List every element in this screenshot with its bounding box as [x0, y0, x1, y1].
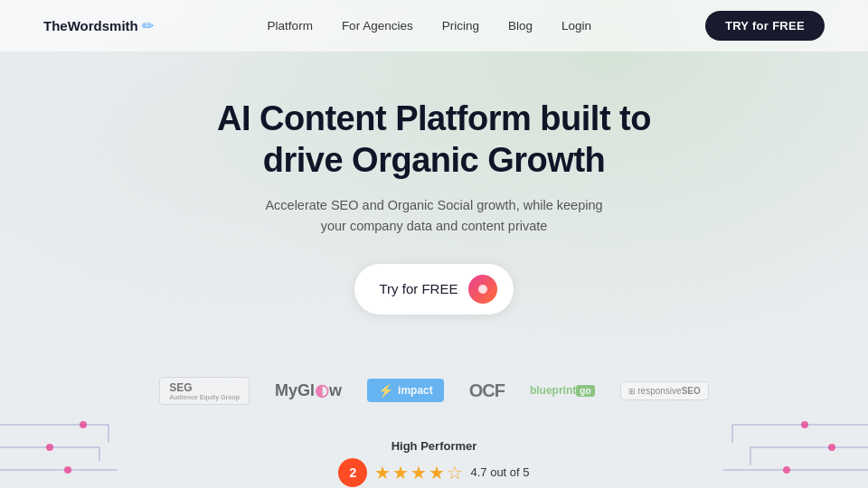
bottom-section: High Performer 2 ★ ★ ★ ★ ☆ 4.7 out of 5: [0, 430, 868, 488]
logo-blueprintgo: blueprintgo: [530, 384, 595, 397]
g2-badge: 2: [338, 458, 367, 487]
hero-title: AI Content Platform built to drive Organ…: [18, 99, 850, 181]
hero-cta-label: Try for FREE: [380, 281, 458, 296]
star-1: ★: [374, 462, 391, 483]
logo-impact: ⚡ impact: [367, 379, 444, 402]
high-performer-label: High Performer: [338, 439, 529, 453]
brand-name: TheWordsmith: [43, 18, 138, 33]
logo-seg: SEG Audience Equity Group: [159, 377, 250, 405]
logos-section: SEG Audience Equity Group MyGl◐w ⚡ impac…: [0, 352, 868, 430]
star-2: ★: [392, 462, 409, 483]
navbar: TheWordsmith ✏ Platform For Agencies Pri…: [0, 0, 868, 52]
logo-ocf: OCF: [469, 380, 505, 401]
nav-pricing[interactable]: Pricing: [442, 19, 479, 33]
cta-icon: [468, 275, 497, 304]
nav-login[interactable]: Login: [561, 19, 591, 33]
high-performer-section: High Performer 2 ★ ★ ★ ★ ☆ 4.7 out of 5: [338, 439, 529, 487]
hero-subtitle: Accelerate SEO and Organic Social growth…: [262, 195, 606, 237]
star-3: ★: [410, 462, 427, 483]
nav-links: Platform For Agencies Pricing Blog Login: [268, 19, 591, 33]
hero-cta-button[interactable]: Try for FREE: [354, 263, 515, 315]
hero-section: AI Content Platform built to drive Organ…: [0, 52, 868, 343]
star-rating: ★ ★ ★ ★ ☆: [374, 462, 463, 483]
nav-cta-button[interactable]: TRY for FREE: [705, 11, 825, 41]
star-4: ★: [429, 462, 445, 483]
logo-myglow: MyGl◐w: [275, 380, 342, 400]
logo[interactable]: TheWordsmith ✏: [43, 17, 154, 34]
rating-score: 4.7 out of 5: [470, 465, 529, 479]
nav-blog[interactable]: Blog: [508, 19, 533, 33]
nav-platform[interactable]: Platform: [268, 19, 313, 33]
rating-row: 2 ★ ★ ★ ★ ☆ 4.7 out of 5: [338, 458, 529, 487]
logo-responsive: ⊞ responsiveSEO: [620, 381, 709, 400]
star-5-half: ☆: [447, 462, 463, 483]
logo-icon: ✏: [142, 17, 154, 34]
nav-for-agencies[interactable]: For Agencies: [342, 19, 413, 33]
